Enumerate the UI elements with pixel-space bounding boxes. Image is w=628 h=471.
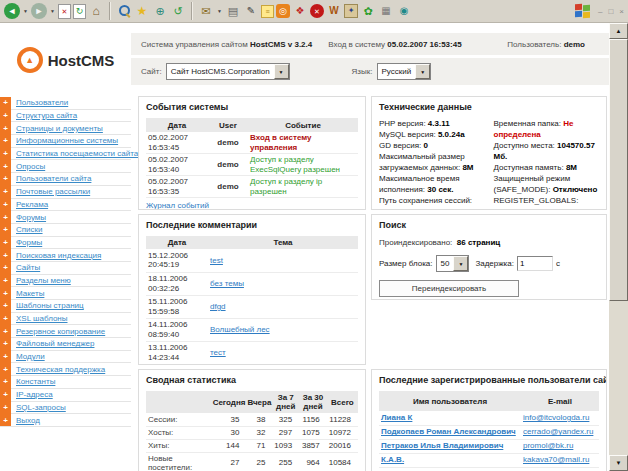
site-select[interactable]: Сайт HostCMS.Corporation ▼ <box>166 63 290 80</box>
scrollbar-thumb[interactable] <box>609 39 628 301</box>
sidebar-item-label[interactable]: IP-адреса <box>16 390 53 399</box>
sidebar-item-page-templates[interactable]: +Шаблоны страниц <box>0 300 131 313</box>
sidebar-item-label[interactable]: Почтовые рассылки <box>16 187 90 196</box>
sticky-note-icon[interactable]: ≡ <box>261 5 274 18</box>
plus-icon[interactable]: + <box>0 223 11 236</box>
vertical-scrollbar[interactable]: ▲ ▼ <box>609 23 628 471</box>
plus-icon[interactable]: + <box>0 97 11 110</box>
delay-input[interactable] <box>517 256 553 271</box>
sidebar-item-tech-support[interactable]: +Техническая поддержка <box>0 363 131 376</box>
user-name-link[interactable]: Лиана К <box>381 413 412 422</box>
comment-topic-link[interactable]: Волшебный лес <box>210 325 270 334</box>
plus-icon[interactable]: + <box>0 122 11 135</box>
back-icon[interactable]: ◄ <box>4 3 20 19</box>
icq-flower-icon[interactable]: ✿ <box>360 3 376 19</box>
netmeeting-icon[interactable]: ◉ <box>396 3 412 19</box>
sidebar-item-advertising[interactable]: +Реклама <box>0 199 131 212</box>
sidebar-item-label[interactable]: Модули <box>16 352 45 361</box>
plus-icon[interactable]: + <box>0 338 11 351</box>
comment-topic-link[interactable]: dfgd <box>210 302 226 311</box>
chevron-down-icon[interactable]: ▼ <box>274 64 289 79</box>
find-files-icon[interactable]: ✦ <box>344 4 358 18</box>
sidebar-item-mailings[interactable]: +Почтовые рассылки <box>0 186 131 199</box>
refresh-icon[interactable]: ↻ <box>73 4 86 19</box>
sidebar-item-label[interactable]: Реклама <box>16 200 48 209</box>
sidebar-item-label[interactable]: SQL-запросы <box>16 403 66 412</box>
media-icon[interactable]: ⊕ <box>152 3 168 19</box>
media-film-icon[interactable]: ▦ <box>378 3 394 19</box>
back-caret-icon[interactable]: ▼ <box>22 3 29 19</box>
plus-icon[interactable]: + <box>0 261 11 274</box>
sidebar-item-users[interactable]: +Пользователи <box>0 97 131 110</box>
sidebar-item-label[interactable]: XSL шаблоны <box>16 314 68 323</box>
plus-icon[interactable]: + <box>0 173 11 186</box>
sidebar-item-constants[interactable]: +Константы <box>0 376 131 389</box>
sidebar-item-backup[interactable]: +Резервное копирование <box>0 325 131 338</box>
sidebar-item-label[interactable]: Файловый менеджер <box>16 339 94 348</box>
forward-caret-icon[interactable]: ▼ <box>49 3 56 19</box>
plus-icon[interactable]: + <box>0 376 11 389</box>
sidebar-item-label[interactable]: Шаблоны страниц <box>16 301 84 310</box>
sidebar-item-information-systems[interactable]: +Информационные системы <box>0 135 131 148</box>
user-name-link[interactable]: Подкопаев Роман Александрович <box>381 427 516 436</box>
plus-icon[interactable]: + <box>0 300 11 313</box>
sidebar-item-sites[interactable]: +Сайты <box>0 262 131 275</box>
sidebar-item-search-indexing[interactable]: +Поисковая индексация <box>0 249 131 262</box>
user-email-link[interactable]: info@itcvologda.ru <box>523 413 589 422</box>
close-red-icon[interactable]: ✕ <box>310 4 324 18</box>
mail-caret-icon[interactable]: ▼ <box>216 3 223 19</box>
sidebar-item-forms[interactable]: +Формы <box>0 237 131 250</box>
user-name-link[interactable]: Петраков Илья Владимирович <box>381 441 503 450</box>
sidebar-item-lists[interactable]: +Списки <box>0 224 131 237</box>
scroll-down-button[interactable]: ▼ <box>609 455 628 471</box>
sidebar-item-ip-addresses[interactable]: +IP-адреса <box>0 389 131 402</box>
plus-icon[interactable]: + <box>0 414 11 427</box>
word-icon[interactable]: W <box>326 3 342 19</box>
sidebar-item-label[interactable]: Страницы и документы <box>16 124 103 133</box>
plus-icon[interactable]: + <box>0 211 11 224</box>
user-email-link[interactable]: kakava70@mail.ru <box>523 455 589 464</box>
plus-icon[interactable]: + <box>0 401 11 414</box>
restore-button[interactable]: □ <box>608 7 613 16</box>
sidebar-item-polls[interactable]: +Опросы <box>0 160 131 173</box>
favorites-icon[interactable]: ★ <box>134 3 150 19</box>
minimize-button[interactable]: – <box>598 7 602 16</box>
plus-icon[interactable]: + <box>0 325 11 338</box>
plus-icon[interactable]: + <box>0 388 11 401</box>
forward-icon[interactable]: ► <box>31 3 47 19</box>
sidebar-item-label[interactable]: Макеты <box>16 289 44 298</box>
comment-topic-link[interactable]: тест <box>210 348 226 357</box>
sidebar-item-forums[interactable]: +Форумы <box>0 211 131 224</box>
sidebar-item-label[interactable]: Пользователи сайта <box>16 174 91 183</box>
sidebar-item-label[interactable]: Сайты <box>16 263 40 272</box>
sidebar-item-label[interactable]: Списки <box>16 225 43 234</box>
sidebar-item-label[interactable]: Выход <box>16 416 40 425</box>
history-icon[interactable]: ↺ <box>170 3 186 19</box>
language-select[interactable]: Русский ▼ <box>377 63 432 80</box>
plus-icon[interactable]: + <box>0 274 11 287</box>
sidebar-item-logout[interactable]: +Выход <box>0 414 131 427</box>
plus-icon[interactable]: + <box>0 198 11 211</box>
colors-icon[interactable]: ❖ <box>292 3 308 19</box>
chevron-down-icon[interactable]: ▼ <box>453 256 468 271</box>
plus-icon[interactable]: + <box>0 160 11 173</box>
plus-icon[interactable]: + <box>0 185 11 198</box>
sidebar-item-label[interactable]: Резервное копирование <box>16 327 105 336</box>
comment-topic-link[interactable]: test <box>210 256 223 265</box>
search-icon[interactable] <box>116 3 132 19</box>
chevron-down-icon[interactable]: ▼ <box>415 64 430 79</box>
scroll-up-button[interactable]: ▲ <box>609 23 628 39</box>
comment-topic-link[interactable]: без темы <box>210 279 244 288</box>
plus-icon[interactable]: + <box>0 109 11 122</box>
stop-icon[interactable]: ✕ <box>58 4 71 19</box>
sidebar-item-file-manager[interactable]: +Файловый менеджер <box>0 338 131 351</box>
plus-icon[interactable]: + <box>0 312 11 325</box>
plus-icon[interactable]: + <box>0 135 11 148</box>
home-icon[interactable]: ⌂ <box>88 3 104 19</box>
reindex-button[interactable]: Переиндексировать <box>379 280 519 297</box>
sidebar-item-label[interactable]: Опросы <box>16 162 45 171</box>
plus-icon[interactable]: + <box>0 363 11 376</box>
edit-icon[interactable]: ✎ <box>243 3 259 19</box>
sidebar-item-label[interactable]: Форумы <box>16 213 46 222</box>
plus-icon[interactable]: + <box>0 350 11 363</box>
